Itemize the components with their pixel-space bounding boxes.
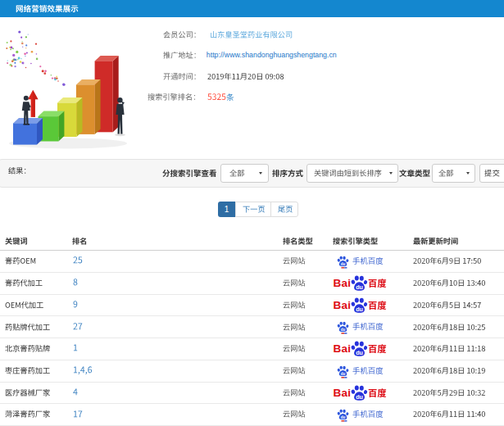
svg-text:du: du xyxy=(341,328,346,332)
svg-text:du: du xyxy=(341,262,346,266)
svg-text:du: du xyxy=(356,283,363,291)
svg-text:du: du xyxy=(356,393,363,401)
svg-text:du: du xyxy=(356,349,363,356)
svg-text:du: du xyxy=(341,372,346,376)
svg-text:du: du xyxy=(341,415,346,419)
svg-text:du: du xyxy=(356,306,363,313)
